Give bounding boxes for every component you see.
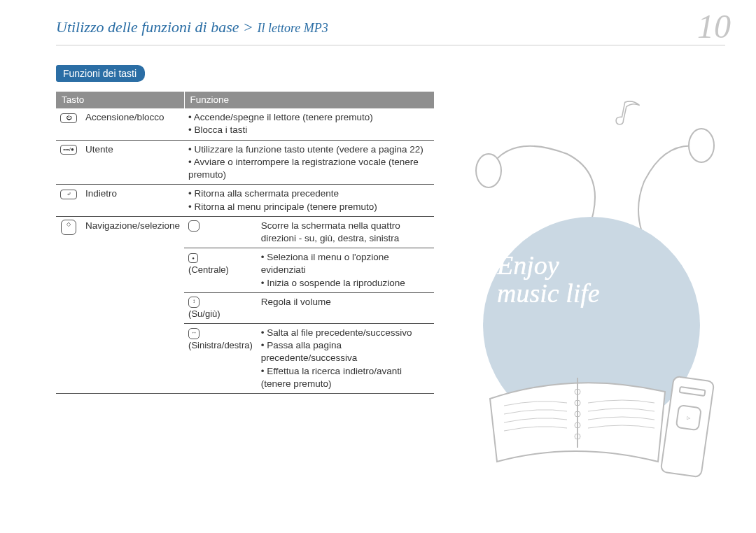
function-item: Inizia o sospende la riproduzione bbox=[261, 277, 430, 290]
col-header-function: Funzione bbox=[184, 92, 434, 108]
nested-row: ↕ (Su/giù) Regola il volume bbox=[184, 292, 434, 323]
notebook-icon bbox=[483, 357, 672, 469]
function-item: Avviare o interrompere la registrazione … bbox=[188, 156, 430, 181]
function-item: Utilizzare la funzione tasto utente (ved… bbox=[188, 143, 430, 156]
nested-row: ↔ (Sinistra/destra) Salta al file preced… bbox=[184, 323, 434, 393]
breadcrumb: Utilizzo delle funzioni di base > Il let… bbox=[56, 18, 328, 36]
leftright-icon: ↔ bbox=[188, 328, 200, 339]
back-icon: ⤶ bbox=[60, 190, 77, 199]
key-label: Indietro bbox=[81, 185, 184, 216]
breadcrumb-sep: > bbox=[239, 18, 258, 36]
illustration: Enjoy music life ▹ bbox=[455, 98, 735, 490]
center-icon bbox=[188, 253, 198, 263]
function-item: Salta al file precedente/successivo bbox=[261, 327, 430, 339]
key-label: Utente bbox=[81, 140, 184, 185]
col-header-key: Tasto bbox=[56, 92, 184, 108]
page-header: Utilizzo delle funzioni di base > Il let… bbox=[0, 0, 756, 42]
nested-row: Scorre la schermata nella quattro direzi… bbox=[184, 217, 434, 248]
content-column: Funzioni dei tasti Tasto Funzione ⏻ Acce… bbox=[56, 65, 434, 394]
function-cell: Utilizzare la funzione tasto utente (ved… bbox=[184, 140, 434, 185]
function-item: Blocca i tasti bbox=[188, 124, 430, 136]
function-cell: Ritorna alla schermata precedente Ritorn… bbox=[184, 185, 434, 216]
music-note-icon bbox=[615, 98, 644, 127]
nested-nav-table: Scorre la schermata nella quattro direzi… bbox=[184, 217, 434, 393]
key-label: Accensione/blocco bbox=[81, 108, 184, 140]
table-row: ⏻ Accensione/blocco Accende/spegne il le… bbox=[56, 108, 434, 140]
function-text: Regola il volume bbox=[257, 292, 434, 323]
function-item: Seleziona il menu o l'opzione evidenziat… bbox=[261, 251, 430, 276]
key-functions-table: Tasto Funzione ⏻ Accensione/blocco Accen… bbox=[56, 92, 434, 394]
header-divider bbox=[56, 45, 725, 45]
svg-point-0 bbox=[476, 154, 501, 187]
table-row: ⤶ Indietro Ritorna alla schermata preced… bbox=[56, 185, 434, 216]
function-item: Ritorna al menu principale (tenere premu… bbox=[188, 201, 430, 213]
breadcrumb-sub: Il lettore MP3 bbox=[257, 21, 328, 35]
function-cell: Accende/spegne il lettore (tenere premut… bbox=[184, 108, 434, 140]
page-number: 10 bbox=[697, 7, 731, 45]
tagline: Enjoy music life bbox=[497, 252, 600, 308]
sub-label: (Su/giù) bbox=[188, 308, 253, 320]
updown-icon: ↕ bbox=[188, 297, 200, 308]
function-cell: Scorre la schermata nella quattro direzi… bbox=[184, 216, 434, 393]
section-title-tag: Funzioni dei tasti bbox=[56, 65, 145, 82]
tagline-line2: music life bbox=[497, 278, 600, 308]
breadcrumb-main: Utilizzo delle funzioni di base bbox=[56, 18, 239, 36]
power-lock-icon: ⏻ bbox=[60, 113, 77, 123]
dpad-icon: ◇ bbox=[61, 220, 76, 235]
table-header-row: Tasto Funzione bbox=[56, 92, 434, 108]
sub-label: (Centrale) bbox=[188, 264, 253, 276]
table-row-navigation: ◇ Navigazione/selezione Scorre la scherm… bbox=[56, 216, 434, 393]
table-row: •••/● Utente Utilizzare la funzione tast… bbox=[56, 140, 434, 185]
dpad-outline-icon bbox=[188, 220, 200, 232]
tagline-line1: Enjoy bbox=[497, 250, 559, 280]
function-item: Passa alla pagina precedente/successiva bbox=[261, 339, 430, 364]
sub-label: (Sinistra/destra) bbox=[188, 339, 253, 352]
function-item: Accende/spegne il lettore (tenere premut… bbox=[188, 111, 430, 124]
user-icon: •••/● bbox=[60, 145, 77, 155]
function-text: Scorre la schermata nella quattro direzi… bbox=[257, 217, 434, 248]
function-item: Ritorna alla schermata precedente bbox=[188, 187, 430, 200]
svg-point-1 bbox=[689, 129, 714, 162]
player-dpad-icon: ▹ bbox=[676, 404, 702, 431]
function-item: Effettua la ricerca indietro/avanti (ten… bbox=[261, 365, 430, 390]
key-label: Navigazione/selezione bbox=[81, 216, 184, 393]
player-screen-icon bbox=[679, 386, 706, 397]
nested-row: (Centrale) Seleziona il menu o l'opzione… bbox=[184, 248, 434, 293]
